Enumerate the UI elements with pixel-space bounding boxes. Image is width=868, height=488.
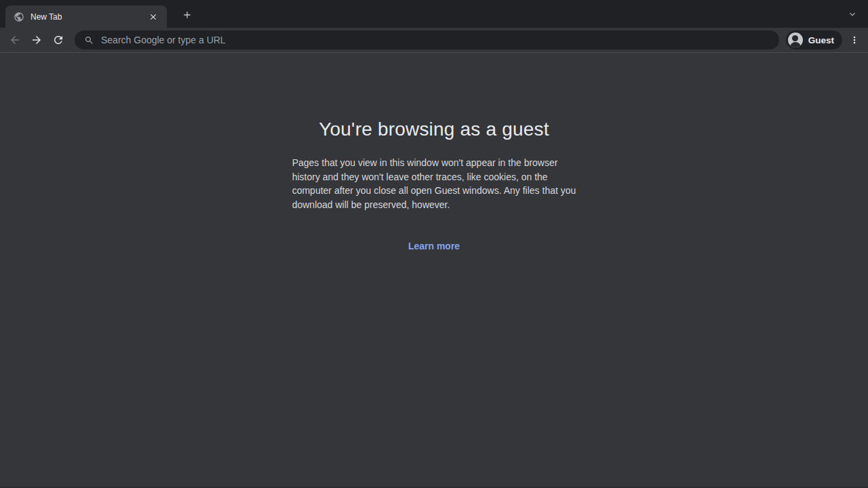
guest-description-line: download will be preserved, however.: [292, 198, 576, 212]
address-input[interactable]: [101, 35, 770, 45]
tab-new-tab[interactable]: New Tab: [5, 5, 167, 28]
tab-close-button[interactable]: [146, 10, 160, 24]
reload-icon: [52, 34, 64, 46]
tab-search-button[interactable]: [844, 5, 861, 23]
guest-description-line: computer after you close all open Guest …: [292, 184, 576, 198]
learn-more-link[interactable]: Learn more: [408, 241, 460, 251]
tab-strip: New Tab: [0, 0, 868, 28]
close-icon: [149, 12, 158, 22]
guest-description-line: history and they won't leave other trace…: [292, 170, 576, 184]
chevron-down-icon: [847, 9, 858, 20]
tab-title: New Tab: [31, 12, 146, 22]
browser-menu-button[interactable]: [845, 30, 864, 49]
plus-icon: [182, 9, 193, 20]
kebab-menu-icon: [849, 35, 860, 45]
avatar-icon: [788, 33, 803, 47]
back-button[interactable]: [5, 30, 24, 49]
profile-label: Guest: [808, 35, 834, 45]
forward-button[interactable]: [27, 30, 46, 49]
guest-description: Pages that you view in this window won't…: [292, 156, 576, 211]
browser-toolbar: Guest: [0, 28, 868, 53]
globe-icon: [14, 12, 24, 22]
arrow-forward-icon: [31, 34, 43, 46]
guest-new-tab-page: You're browsing as a guest Pages that yo…: [0, 53, 868, 487]
omnibox[interactable]: [75, 30, 779, 49]
page-title: You're browsing as a guest: [0, 119, 868, 140]
guest-profile-button[interactable]: Guest: [786, 30, 842, 49]
arrow-back-icon: [9, 34, 21, 46]
search-icon: [84, 35, 94, 45]
reload-button[interactable]: [49, 30, 68, 49]
guest-description-line: Pages that you view in this window won't…: [292, 156, 576, 170]
new-tab-button[interactable]: [178, 5, 197, 24]
